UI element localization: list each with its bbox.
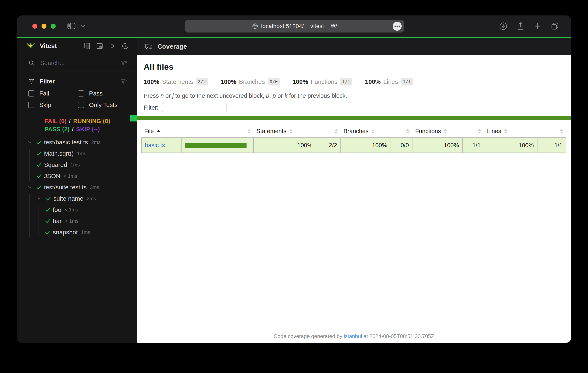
- test-name: bar: [53, 218, 62, 225]
- test-name: snapshot: [53, 229, 78, 236]
- checkbox[interactable]: [28, 102, 34, 108]
- chevron-down-icon[interactable]: [81, 25, 85, 27]
- sort-ascending-icon[interactable]: [157, 130, 160, 132]
- test-file-row[interactable]: test/suite.test.ts3ms: [17, 182, 137, 193]
- zoom-window-button[interactable]: [51, 24, 56, 29]
- sidebar-toggle-icon[interactable]: [67, 22, 76, 30]
- column-header-branches[interactable]: Branches: [341, 125, 391, 138]
- column-header[interactable]: [182, 125, 253, 138]
- dark-mode-moon-icon[interactable]: [122, 42, 128, 50]
- url-text: localhost:51204/__vitest__/#/: [261, 23, 337, 30]
- column-header-functions[interactable]: Functions: [412, 125, 462, 138]
- test-case-row[interactable]: JSON< 1ms: [17, 170, 137, 182]
- test-search-box[interactable]: Search...: [17, 54, 137, 72]
- clear-filter-icon[interactable]: [120, 78, 128, 84]
- status-count-running: RUNNING (0): [73, 118, 110, 124]
- fraction-cell: 0/0: [391, 138, 412, 153]
- column-header[interactable]: [316, 125, 340, 138]
- globe-icon: [252, 23, 258, 29]
- close-window-button[interactable]: [32, 24, 37, 29]
- column-header[interactable]: [537, 125, 566, 138]
- check-icon: [45, 207, 51, 213]
- panel-title: Coverage: [158, 43, 187, 50]
- checkbox[interactable]: [28, 90, 34, 96]
- stat-percent: 100%: [292, 78, 308, 85]
- sort-toggle-icon[interactable]: [406, 129, 410, 134]
- page-settings-button[interactable]: [393, 22, 402, 31]
- sort-toggle-icon[interactable]: [560, 129, 563, 134]
- checkbox[interactable]: [78, 90, 84, 96]
- test-case-row[interactable]: bar< 1ms: [17, 215, 137, 227]
- clear-search-filter-icon[interactable]: [120, 60, 128, 66]
- check-icon: [45, 196, 51, 202]
- status-count-sep: /: [72, 126, 74, 133]
- dashboard-icon[interactable]: [96, 42, 103, 50]
- sort-toggle-icon[interactable]: [478, 129, 481, 134]
- file-link[interactable]: basic.ts: [145, 142, 165, 148]
- test-duration: 2ms: [91, 139, 100, 145]
- tree-view-icon[interactable]: [84, 42, 90, 50]
- checkbox-label: Only Tests: [89, 102, 118, 108]
- file-cell: basic.ts: [141, 138, 182, 153]
- check-icon: [36, 139, 42, 145]
- stat-fraction: 0/0: [268, 78, 280, 85]
- run-all-icon[interactable]: [109, 42, 116, 50]
- filter-option-only-tests[interactable]: Only Tests: [78, 102, 128, 108]
- header-cell: [319, 129, 337, 134]
- istanbul-link[interactable]: istanbul: [344, 333, 362, 339]
- fraction-cell: 2/2: [316, 138, 340, 153]
- tab-overview-icon[interactable]: [551, 22, 559, 30]
- coverage-filter-label: Filter:: [144, 104, 158, 111]
- status-count-fail: FAIL (0): [45, 118, 66, 124]
- status-count-pass: PASS (2): [45, 126, 70, 133]
- column-label: File: [144, 128, 154, 135]
- test-case-row[interactable]: Math.sqrt()1ms: [17, 148, 137, 159]
- checkbox[interactable]: [78, 102, 84, 108]
- check-icon: [36, 151, 42, 157]
- sort-toggle-icon[interactable]: [371, 129, 375, 134]
- column-header[interactable]: [462, 125, 484, 138]
- column-header-file[interactable]: File: [141, 125, 182, 138]
- fraction-cell: 1/1: [537, 138, 566, 153]
- filter-option-fail[interactable]: Fail: [28, 90, 78, 97]
- downloads-icon[interactable]: [499, 22, 507, 30]
- sort-toggle-icon[interactable]: [504, 129, 507, 134]
- chevron-down-icon[interactable]: [36, 196, 42, 201]
- summary-line-1: FAIL (0)/RUNNING (0): [45, 117, 137, 125]
- coverage-bar-fill: [185, 143, 247, 148]
- percent-cell: 100%: [412, 138, 462, 153]
- sort-toggle-icon[interactable]: [335, 129, 338, 134]
- test-duration: 1ms: [70, 162, 80, 168]
- test-name: JSON: [44, 173, 60, 180]
- sort-toggle-icon[interactable]: [444, 129, 447, 134]
- sort-toggle-icon[interactable]: [247, 129, 251, 134]
- test-name: test/suite.test.ts: [44, 184, 86, 191]
- stat-statements: 100%Statements2/2: [144, 78, 208, 85]
- test-case-row[interactable]: Squared1ms: [17, 159, 137, 170]
- filter-section: Filter FailPassSkipOnly Tests: [17, 72, 137, 111]
- chevron-down-icon[interactable]: [27, 140, 32, 145]
- test-file-row[interactable]: test/basic.test.ts2ms: [17, 137, 137, 148]
- filter-option-skip[interactable]: Skip: [28, 102, 78, 108]
- column-header[interactable]: [391, 125, 412, 138]
- sort-toggle-icon[interactable]: [289, 129, 293, 134]
- test-case-row[interactable]: foo< 1ms: [17, 204, 137, 215]
- share-icon[interactable]: [517, 22, 524, 31]
- address-bar[interactable]: localhost:51204/__vitest__/#/: [185, 20, 404, 32]
- filter-option-pass[interactable]: Pass: [78, 90, 128, 97]
- column-header-statements[interactable]: Statements: [253, 125, 316, 138]
- test-file-row[interactable]: suite name2ms: [17, 193, 137, 204]
- test-case-row[interactable]: snapshot1ms: [17, 227, 137, 238]
- stat-fraction: 1/1: [401, 78, 413, 85]
- column-header-lines[interactable]: Lines: [484, 125, 537, 138]
- chevron-down-icon[interactable]: [27, 185, 32, 190]
- stat-percent: 100%: [220, 78, 236, 85]
- test-group: foo< 1msbar< 1mssnapshot1ms: [17, 204, 137, 238]
- coverage-filter-input[interactable]: [162, 103, 227, 112]
- check-icon: [45, 218, 51, 224]
- minimize-window-button[interactable]: [42, 24, 46, 29]
- new-tab-icon[interactable]: [534, 22, 541, 30]
- test-duration: 1ms: [81, 229, 90, 235]
- footer-suffix: at 2024-08-05T08:51:30.705Z: [362, 333, 434, 339]
- test-name: Math.sqrt(): [44, 150, 74, 157]
